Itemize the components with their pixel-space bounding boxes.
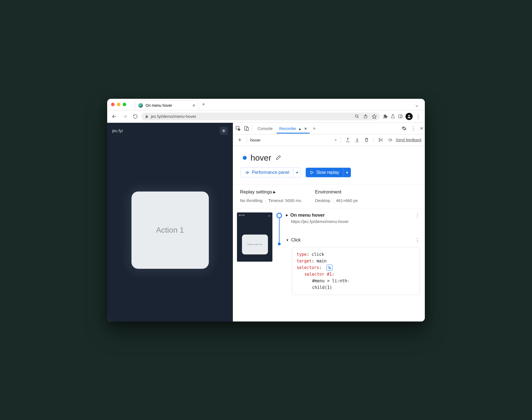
step-play-icon[interactable] (377, 136, 384, 143)
more-tabs-icon[interactable]: » (311, 125, 318, 132)
window-titlebar: On menu hover × + (107, 99, 425, 110)
forward-button[interactable] (120, 112, 129, 121)
step-url: https://jec.fyi/demo/menu-hover (291, 219, 420, 224)
svg-marker-23 (379, 138, 381, 142)
recording-title-row: hover (233, 146, 425, 168)
devtools-tabbar: Console Recorder ▲ × » ⋮ × (233, 123, 425, 134)
devtools-menu-icon[interactable]: ⋮ (410, 125, 416, 132)
svg-line-18 (222, 132, 223, 132)
theme-toggle-button[interactable] (220, 127, 228, 135)
code-key: selectors (297, 265, 319, 270)
maximize-window-button[interactable] (123, 103, 126, 106)
tab-title: On menu hover (146, 103, 172, 108)
browser-window: On menu hover × + jec.fyi/demo/menu-hove… (107, 99, 425, 321)
share-icon[interactable] (363, 114, 368, 119)
code-val: : main (312, 259, 326, 264)
send-feedback-link[interactable]: Send feedback (396, 138, 422, 142)
performance-panel-button[interactable]: Performance panel ▾ (241, 168, 301, 177)
favicon-icon (138, 103, 143, 108)
collapse-icon: ▼ (286, 238, 289, 242)
recording-selector[interactable]: hover (250, 138, 337, 142)
inspect-element-icon[interactable] (235, 125, 242, 132)
step-details: type: click target: main selectors: sele… (292, 247, 420, 295)
tab-recorder[interactable]: Recorder ▲ × (276, 124, 310, 133)
thumb-theme-icon: ☀ (268, 214, 270, 217)
code-line: #menu > li:nth- (297, 278, 415, 284)
step-click[interactable]: ▼ Click ⋮ (286, 237, 420, 243)
svg-line-19 (225, 129, 225, 130)
timeout-value: Timeout: 5000 ms (268, 198, 301, 203)
timeline-dot (278, 243, 281, 245)
svg-line-5 (358, 117, 359, 118)
code-key: type (297, 252, 307, 257)
code-key: selector #1 (304, 272, 332, 277)
back-button[interactable] (110, 112, 119, 121)
edit-title-icon[interactable] (275, 155, 281, 161)
slow-replay-button[interactable]: Slow replay ▾ (305, 168, 351, 177)
slow-replay-label: Slow replay (316, 170, 339, 175)
labs-icon[interactable] (391, 114, 395, 119)
close-window-button[interactable] (111, 103, 115, 106)
step-title: On menu hover (290, 212, 325, 218)
slow-replay-dropdown[interactable]: ▾ (343, 168, 351, 177)
recording-name-label: hover (250, 138, 261, 142)
recorder-toolbar: + hover Send feedback (233, 134, 425, 146)
chrome-menu-icon[interactable]: ⋮ (415, 113, 421, 120)
tab-close-icon[interactable]: × (192, 103, 195, 108)
extensions-icon[interactable] (383, 114, 388, 119)
traffic-lights (111, 103, 126, 106)
panel-icon[interactable] (398, 114, 403, 119)
gear-icon[interactable] (402, 126, 407, 131)
svg-rect-2 (146, 116, 148, 118)
performance-panel-dropdown[interactable]: ▾ (293, 168, 301, 177)
action-buttons: Performance panel ▾ Slow replay ▾ (233, 168, 425, 184)
devtools-close-icon[interactable]: × (420, 125, 423, 132)
profile-avatar[interactable] (405, 113, 413, 120)
page-content: jec.fyi Action 1 (107, 123, 233, 321)
steps-section: jec.fyi ☀ Hover over me! ▶ On menu hover… (233, 208, 425, 295)
env-size: 461×660 px (336, 198, 358, 203)
tabs-overflow-button[interactable] (412, 102, 422, 110)
browser-tabstrip: On menu hover × + (135, 100, 207, 110)
browser-tab[interactable]: On menu hover × (135, 100, 198, 110)
replay-settings-section: Replay settings ▶ No throttling Timeout:… (233, 184, 425, 208)
step-thumbnail[interactable]: jec.fyi ☀ Hover over me! (237, 212, 273, 262)
play-icon (310, 170, 314, 175)
step-navigate[interactable]: ▶ On menu hover ⋮ (286, 212, 420, 218)
new-tab-button[interactable]: + (201, 102, 207, 108)
env-device: Desktop (315, 198, 330, 203)
tab-close-icon[interactable]: × (304, 126, 307, 131)
reload-button[interactable] (131, 112, 140, 121)
site-header: jec.fyi (107, 123, 233, 139)
import-icon[interactable] (354, 136, 361, 143)
svg-rect-22 (246, 127, 249, 131)
content-split: jec.fyi Action 1 Consol (107, 123, 425, 321)
svg-point-10 (408, 115, 410, 116)
card-label: Action 1 (156, 226, 184, 235)
export-icon[interactable] (344, 136, 351, 143)
tab-recorder-label: Recorder (279, 126, 296, 131)
sun-icon (222, 129, 226, 133)
thumb-card-label: Hover over me! (242, 235, 268, 254)
svg-point-11 (223, 130, 224, 131)
thumb-brand: jec.fyi (237, 212, 272, 218)
add-recording-button[interactable]: + (236, 136, 243, 143)
step-menu-icon[interactable]: ⋮ (415, 237, 420, 243)
url-text: jec.fyi/demo/menu-hover (151, 114, 196, 119)
tab-console[interactable]: Console (255, 124, 275, 133)
recording-status-dot (243, 156, 247, 160)
step-over-icon[interactable] (386, 136, 394, 143)
zoom-icon[interactable] (355, 114, 359, 119)
action-card[interactable]: Action 1 (131, 192, 209, 269)
svg-line-16 (222, 129, 223, 130)
step-menu-icon[interactable]: ⋮ (415, 212, 420, 218)
minimize-window-button[interactable] (117, 103, 120, 106)
selector-picker-icon[interactable] (326, 265, 333, 271)
device-toggle-icon[interactable] (243, 125, 250, 132)
site-brand[interactable]: jec.fyi (112, 128, 123, 133)
replay-settings-heading[interactable]: Replay settings ▶ (240, 189, 301, 195)
address-bar[interactable]: jec.fyi/demo/menu-hover (141, 113, 380, 120)
delete-icon[interactable] (363, 136, 370, 143)
code-val: : (332, 272, 334, 277)
star-icon[interactable] (372, 114, 377, 119)
